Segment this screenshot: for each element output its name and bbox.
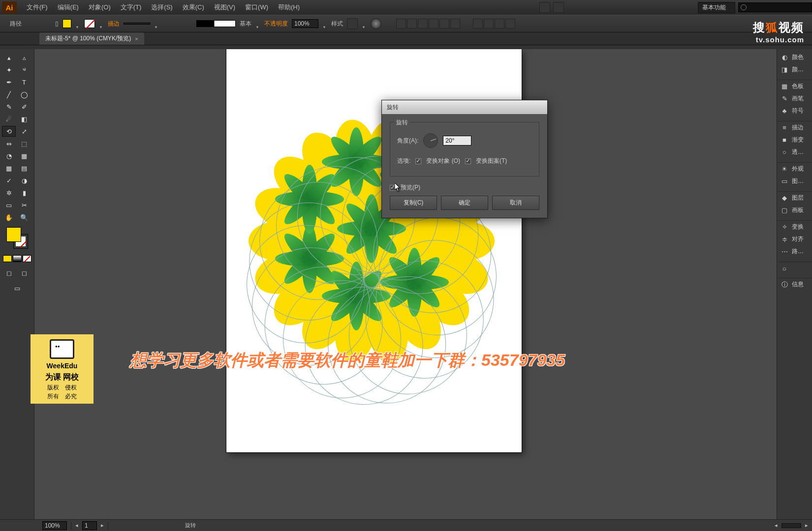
style-swatch[interactable]	[347, 18, 358, 29]
blend-tool-icon[interactable]: ◑	[17, 175, 31, 186]
dock-item-9[interactable]: ▭图…	[777, 175, 812, 187]
page-prev-icon[interactable]: ◂	[75, 522, 78, 529]
stroke-weight-field[interactable]	[124, 23, 150, 25]
dock-item-13[interactable]: ≑对齐	[777, 233, 812, 245]
menu-view[interactable]: 视图(V)	[209, 3, 240, 12]
stroke-swatch[interactable]	[84, 19, 95, 28]
menu-select[interactable]: 选择(S)	[146, 3, 177, 12]
slice-tool-icon[interactable]: ✂	[17, 200, 31, 210]
align-hcenter-icon[interactable]	[407, 19, 417, 29]
eyedropper-tool-icon[interactable]: ✓	[2, 175, 16, 186]
y-field-icon[interactable]	[484, 19, 494, 29]
dock-item-0[interactable]: ◐颜色	[777, 51, 812, 63]
tab-close-icon[interactable]: ×	[135, 36, 138, 42]
dock-item-8[interactable]: ☀外观	[777, 163, 812, 175]
opacity-link-label[interactable]: 不透明度	[264, 20, 288, 28]
fill-color-swatch[interactable]	[6, 227, 21, 242]
perspective-tool-icon[interactable]: ▦	[17, 150, 31, 161]
direct-selection-tool-icon[interactable]: ▵	[17, 52, 31, 63]
page-field[interactable]: 1	[82, 521, 97, 530]
page-next-icon[interactable]: ▸	[101, 522, 104, 529]
align-vcenter-icon[interactable]	[439, 19, 449, 29]
blob-brush-tool-icon[interactable]: ☄	[2, 114, 16, 124]
pencil-tool-icon[interactable]: ✐	[17, 101, 31, 112]
stroke-dropdown-icon[interactable]	[99, 21, 104, 26]
h-field-icon[interactable]	[505, 19, 515, 29]
align-right-icon[interactable]	[418, 19, 428, 29]
dock-item-6[interactable]: ■渐变	[777, 134, 812, 146]
style-dd-icon[interactable]	[362, 21, 367, 26]
fill-dropdown-icon[interactable]	[75, 21, 80, 26]
gradient-tool-icon[interactable]: ▤	[17, 163, 31, 174]
none-mode-icon[interactable]	[23, 255, 31, 262]
dock-item-3[interactable]: ✎画笔	[777, 92, 812, 105]
dock-item-10[interactable]: ◆图层	[777, 192, 812, 204]
menu-file[interactable]: 文件(F)	[22, 3, 53, 12]
paintbrush-tool-icon[interactable]: ✎	[2, 101, 16, 112]
menu-window[interactable]: 窗口(W)	[240, 3, 273, 12]
type-tool-icon[interactable]: T	[17, 77, 31, 88]
preview-checkbox[interactable]	[390, 185, 396, 191]
angle-input[interactable]	[443, 136, 471, 146]
dock-item-1[interactable]: ◨颜…	[777, 63, 812, 76]
scale-tool-icon[interactable]: ⤢	[17, 126, 31, 137]
ellipse-tool-icon[interactable]: ◯	[17, 89, 31, 100]
opacity-field[interactable]: 100%	[292, 19, 318, 28]
stroke-weight-dd-icon[interactable]	[154, 21, 159, 26]
search-input[interactable]	[738, 2, 812, 12]
zoom-tool-icon[interactable]: 🔍	[17, 212, 31, 223]
menu-help[interactable]: 帮助(H)	[273, 3, 305, 12]
arrange-docs-icon[interactable]	[553, 2, 564, 13]
dock-item-15[interactable]: ☼	[777, 262, 812, 274]
fill-stroke-control[interactable]	[6, 227, 28, 249]
screen-mode-icon[interactable]: ▭	[10, 283, 24, 294]
align-bottom-icon[interactable]	[450, 19, 460, 29]
zoom-field[interactable]: 100%	[42, 521, 67, 530]
scroll-left-icon[interactable]: ◂	[775, 522, 778, 529]
magic-wand-tool-icon[interactable]: ✦	[2, 64, 16, 75]
drawmode-behind-icon[interactable]: ◻	[17, 267, 31, 278]
line-tool-icon[interactable]: ╱	[2, 89, 16, 100]
dock-item-5[interactable]: ≡描边	[777, 121, 812, 134]
free-transform-tool-icon[interactable]: ⬚	[17, 138, 31, 149]
color-mode-icon[interactable]	[3, 255, 12, 262]
fill-swatch[interactable]	[62, 19, 71, 28]
symbol-sprayer-tool-icon[interactable]: ✲	[2, 187, 16, 198]
artboard-tool-icon[interactable]: ▭	[2, 200, 16, 210]
mesh-tool-icon[interactable]: ▦	[2, 163, 16, 174]
selection-tool-icon[interactable]: ▴	[2, 52, 16, 63]
lasso-tool-icon[interactable]: ༄	[17, 64, 31, 75]
drawmode-normal-icon[interactable]: ◻	[2, 267, 16, 278]
dock-item-11[interactable]: ▢画板	[777, 204, 812, 216]
width-tool-icon[interactable]: ⇔	[2, 138, 16, 149]
cancel-button[interactable]: 取消	[492, 196, 539, 210]
eraser-tool-icon[interactable]: ◧	[17, 114, 31, 124]
menu-type[interactable]: 文字(T)	[116, 3, 147, 12]
profile-dd-icon[interactable]	[255, 21, 260, 26]
dialog-title[interactable]: 旋转	[382, 100, 547, 114]
dock-item-16[interactable]: ⓘ信息	[777, 278, 812, 291]
stroke-link-label[interactable]: 描边	[108, 20, 120, 28]
align-top-icon[interactable]	[429, 19, 438, 29]
document-tab[interactable]: 未标题-5* @ 100% (CMYK/预览) ×	[39, 32, 144, 45]
workspace-switcher[interactable]: 基本功能	[698, 2, 735, 13]
opacity-dd-icon[interactable]	[322, 21, 327, 26]
ok-button[interactable]: 确定	[441, 196, 488, 210]
dock-item-7[interactable]: ○透…	[777, 146, 812, 158]
hand-tool-icon[interactable]: ✋	[2, 212, 16, 223]
gradient-mode-icon[interactable]	[13, 255, 22, 262]
bridge-icon[interactable]	[539, 2, 550, 13]
rotate-tool-icon[interactable]: ⟲	[2, 126, 16, 137]
graph-tool-icon[interactable]: ▮	[17, 187, 31, 198]
menu-effect[interactable]: 效果(C)	[178, 3, 209, 12]
recolor-icon[interactable]	[371, 18, 381, 29]
dock-item-12[interactable]: ✧变换	[777, 221, 812, 233]
x-field-icon[interactable]	[473, 19, 483, 29]
copy-button[interactable]: 复制(C)	[390, 196, 437, 210]
scroll-right-icon[interactable]: ▸	[805, 522, 808, 529]
dock-item-14[interactable]: ⋯路…	[777, 245, 812, 258]
h-scrollbar[interactable]	[781, 523, 801, 528]
dock-item-2[interactable]: ▦色板	[777, 80, 812, 92]
angle-dial-icon[interactable]	[423, 133, 438, 148]
transform-patterns-checkbox[interactable]	[465, 158, 471, 164]
